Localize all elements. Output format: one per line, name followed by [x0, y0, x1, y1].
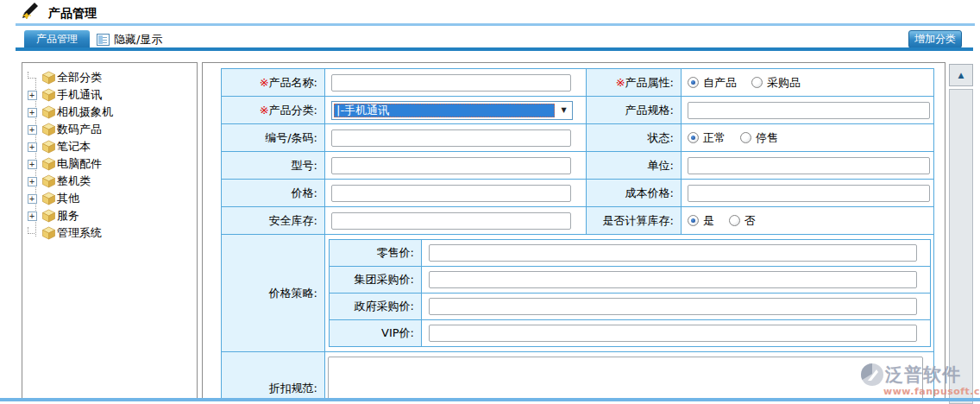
form-row-category-spec: ※产品分类: |-手机通讯 ▼ 产品规格:	[222, 97, 934, 124]
category-tree-panel: 全部分类 + 手机通讯 + 相机摄象机 + 数码产品 + 笔记本 + 电脑配件	[22, 62, 198, 399]
tree-item-whole-machine[interactable]: + 整机类	[22, 173, 197, 190]
radio-calc-stock-yes[interactable]	[688, 215, 699, 226]
tree-expand-icon[interactable]: +	[28, 142, 37, 152]
price-input[interactable]	[331, 185, 571, 202]
product-form-table: ※产品名称: ※产品属性: 自产品 采购品 ※产品分类: |-手机通讯	[221, 68, 934, 399]
tree-item-all-categories[interactable]: 全部分类	[22, 69, 197, 86]
add-category-button[interactable]: 增加分类	[908, 30, 962, 48]
bottom-border-line	[0, 398, 980, 401]
vertical-scrollbar[interactable]: ▲	[949, 64, 974, 404]
tab-product-management[interactable]: 产品管理	[24, 30, 90, 47]
radio-purchased[interactable]	[751, 77, 763, 88]
category-box-icon	[41, 105, 56, 119]
safe-stock-label: 安全库存:	[222, 207, 325, 235]
chevron-down-icon[interactable]: ▼	[556, 103, 571, 118]
product-category-selected-value: |-手机通讯	[334, 104, 555, 117]
price-label: 价格:	[222, 180, 325, 207]
radio-status-stopped[interactable]	[740, 132, 751, 143]
radio-self-produced-label: 自产品	[703, 75, 737, 91]
category-box-icon	[41, 209, 56, 223]
price-strategy-table: 零售价: 集团采购价: 政府采购价: VIP价:	[329, 239, 931, 347]
calc-stock-label: 是否计算库存:	[587, 207, 682, 235]
status-label: 状态:	[587, 124, 682, 152]
tree-item-label: 电脑配件	[57, 156, 102, 172]
product-form-panel: ※产品名称: ※产品属性: 自产品 采购品 ※产品分类: |-手机通讯	[202, 62, 945, 399]
tree-expand-icon[interactable]: +	[28, 177, 37, 186]
category-box-icon	[41, 71, 56, 85]
tree-item-label: 手机通讯	[57, 87, 102, 103]
tree-item-label: 全部分类	[57, 70, 102, 85]
cost-price-input[interactable]	[688, 185, 930, 202]
discount-label: 折扣规范:	[222, 352, 325, 400]
vip-price-input[interactable]	[429, 325, 917, 342]
code-input[interactable]	[331, 129, 571, 147]
category-box-icon	[41, 192, 56, 205]
scrollbar-thumb[interactable]	[949, 89, 973, 404]
tree-item-label: 其他	[57, 191, 79, 206]
tree-expand-icon[interactable]: +	[28, 125, 37, 135]
radio-calc-stock-no-label: 否	[744, 213, 756, 229]
scroll-up-button[interactable]: ▲	[949, 64, 973, 86]
discount-textarea[interactable]	[328, 357, 923, 399]
group-purchase-price-label: 集团采购价:	[330, 267, 422, 294]
tree-expand-icon[interactable]: +	[28, 194, 37, 204]
category-box-icon	[41, 226, 56, 240]
tree-item-mobile[interactable]: + 手机通讯	[22, 86, 197, 104]
product-category-label: ※产品分类:	[222, 97, 325, 124]
tree-expand-icon[interactable]: +	[28, 160, 37, 169]
tree-item-other[interactable]: + 其他	[22, 190, 197, 207]
product-spec-label: 产品规格:	[587, 97, 682, 124]
unit-input[interactable]	[688, 157, 930, 174]
product-management-screen: 产品管理 产品管理 隐藏/显示 增加分类 全部分类 + 手机通讯 + 相机摄象机…	[0, 0, 980, 404]
vip-price-label: VIP价:	[330, 320, 422, 347]
form-row-price-cost: 价格: 成本价格:	[222, 180, 934, 207]
price-row-government: 政府采购价:	[330, 294, 931, 320]
tree-expand-icon[interactable]: +	[28, 211, 37, 221]
panel-toggle-icon	[97, 34, 110, 46]
model-label: 型号:	[222, 152, 325, 180]
category-box-icon	[41, 157, 56, 171]
price-row-retail: 零售价:	[330, 240, 931, 267]
tree-elbow	[28, 72, 35, 79]
tree-item-pc-parts[interactable]: + 电脑配件	[22, 155, 197, 173]
page-title: 产品管理	[48, 6, 97, 22]
form-row-stock: 安全库存: 是否计算库存: 是 否	[222, 207, 934, 235]
radio-calc-stock-no[interactable]	[729, 215, 740, 226]
product-attr-label: ※产品属性:	[587, 69, 682, 97]
tree-item-label: 管理系统	[57, 225, 102, 241]
hide-show-toggle[interactable]: 隐藏/显示	[97, 32, 162, 47]
toolbar-bottom-bar	[16, 47, 973, 51]
form-row-price-strategy: 价格策略: 零售价: 集团采购价: 政府采购价:	[222, 235, 934, 352]
tree-expand-icon[interactable]: +	[28, 91, 37, 100]
retail-price-label: 零售价:	[330, 240, 422, 267]
tree-item-management-system[interactable]: 管理系统	[22, 224, 197, 242]
tree-item-camera[interactable]: + 相机摄象机	[22, 104, 197, 121]
model-input[interactable]	[331, 157, 571, 174]
code-label: 编号/条码:	[222, 124, 325, 152]
tree-item-digital[interactable]: + 数码产品	[22, 121, 197, 138]
radio-purchased-label: 采购品	[767, 75, 801, 91]
product-name-input[interactable]	[331, 74, 571, 92]
price-row-vip: VIP价:	[330, 320, 931, 347]
tree-item-laptop[interactable]: + 笔记本	[22, 138, 197, 155]
product-spec-input[interactable]	[688, 102, 930, 119]
radio-status-normal[interactable]	[688, 132, 699, 143]
cost-price-label: 成本价格:	[587, 180, 682, 207]
price-row-group: 集团采购价:	[330, 267, 931, 294]
radio-status-normal-label: 正常	[703, 130, 726, 146]
title-divider	[16, 23, 975, 26]
product-category-select[interactable]: |-手机通讯 ▼	[331, 101, 573, 120]
safe-stock-input[interactable]	[331, 212, 571, 230]
price-strategy-label: 价格策略:	[222, 235, 325, 352]
product-name-label: ※产品名称:	[222, 69, 325, 97]
tree-item-service[interactable]: + 服务	[22, 207, 197, 224]
tree-expand-icon[interactable]: +	[28, 108, 37, 117]
radio-status-stopped-label: 停售	[756, 130, 778, 146]
group-purchase-price-input[interactable]	[429, 271, 917, 288]
tree-item-label: 服务	[57, 208, 79, 224]
government-purchase-price-input[interactable]	[429, 298, 917, 315]
radio-self-produced[interactable]	[688, 77, 699, 88]
retail-price-input[interactable]	[429, 244, 917, 262]
government-purchase-price-label: 政府采购价:	[330, 294, 422, 320]
tree-elbow	[28, 227, 35, 234]
